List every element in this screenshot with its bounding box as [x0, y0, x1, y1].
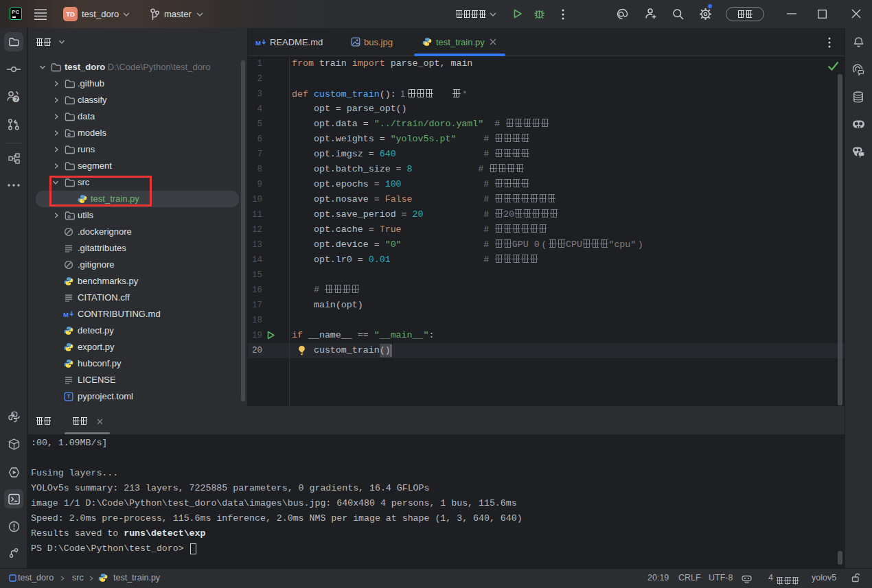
- svg-text:M: M: [255, 39, 261, 47]
- svg-text:M: M: [63, 311, 69, 318]
- svg-text:?: ?: [14, 95, 18, 102]
